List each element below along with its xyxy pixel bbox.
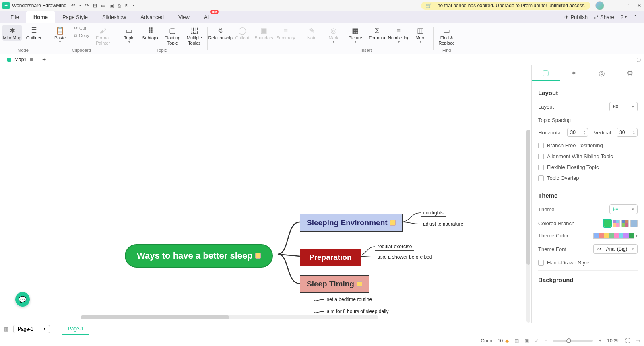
- callout-button[interactable]: ◯Callout: [233, 25, 252, 41]
- note-attachment-icon[interactable]: [357, 281, 362, 287]
- document-tab-map1[interactable]: Map1: [2, 54, 38, 65]
- menu-page-style[interactable]: Page Style: [55, 11, 95, 23]
- copy-button[interactable]: ⧉Copy: [72, 32, 91, 39]
- layout-toggle-button[interactable]: ▢: [633, 57, 644, 62]
- note-attachment-icon[interactable]: [390, 220, 396, 226]
- zoom-in-button[interactable]: +: [599, 338, 601, 344]
- horizontal-scrollbar[interactable]: [80, 315, 378, 319]
- find-replace-button[interactable]: ▭Find & Replace: [437, 25, 456, 46]
- close-button[interactable]: ✕: [637, 2, 642, 9]
- menu-file[interactable]: File: [3, 11, 26, 23]
- page-list-button[interactable]: ▥: [2, 326, 10, 332]
- summary-button[interactable]: ≡Summary: [276, 25, 295, 41]
- export-button[interactable]: ⇱: [125, 3, 129, 8]
- open-button[interactable]: ▭: [101, 3, 105, 8]
- add-tab-button[interactable]: +: [38, 56, 50, 63]
- view-mode-2-button[interactable]: ▣: [524, 338, 529, 344]
- view-mode-1-button[interactable]: ▥: [514, 338, 519, 344]
- theme-color-strip[interactable]: [593, 233, 634, 239]
- topic-preparation[interactable]: Preparation: [300, 249, 361, 266]
- trial-banner[interactable]: 🛒 The trial period has expired. Upgrade …: [421, 2, 590, 10]
- floating-topic-button[interactable]: ▢Floating Topic: [163, 25, 182, 46]
- side-tab-ai[interactable]: ✦: [560, 65, 588, 81]
- menu-advanced[interactable]: Advanced: [133, 11, 171, 23]
- insert-group-label: Insert: [302, 47, 430, 54]
- more-button[interactable]: ▥More▾: [411, 25, 430, 44]
- fit-page-button[interactable]: ⤢: [535, 338, 539, 344]
- maximize-button[interactable]: ▢: [624, 2, 630, 9]
- branch-palette-4[interactable]: [630, 220, 638, 227]
- collapse-ribbon-button[interactable]: ⌃: [633, 14, 638, 20]
- zoom-out-button[interactable]: −: [544, 338, 547, 344]
- format-painter-button[interactable]: 🖌Format Painter: [93, 25, 113, 46]
- side-tab-layout[interactable]: ▢: [532, 65, 560, 81]
- theme-font-select[interactable]: AᴀArial (Big)▾: [593, 244, 638, 254]
- subtopic-bedtime-routine[interactable]: set a bedtime routine: [324, 297, 374, 303]
- branch-free-checkbox[interactable]: Branch Free Positioning: [538, 142, 638, 148]
- ai-chat-fab[interactable]: 💬: [15, 292, 30, 307]
- collapse-panel-button[interactable]: ▭: [636, 338, 640, 344]
- user-avatar[interactable]: [595, 1, 604, 10]
- zoom-slider[interactable]: [553, 340, 593, 342]
- canvas[interactable]: Ways to have a better sleep Sleeping Env…: [0, 65, 531, 323]
- menu-slideshow[interactable]: Slideshow: [95, 11, 133, 23]
- menu-ai[interactable]: AIHot: [197, 11, 216, 23]
- outliner-mode-button[interactable]: ≣Outliner: [24, 25, 43, 41]
- print-button[interactable]: ⎙: [118, 3, 121, 8]
- horizontal-spacing-input[interactable]: 30▴▾: [567, 128, 588, 137]
- topic-overlap-checkbox[interactable]: Topic Overlap: [538, 175, 638, 181]
- undo-button[interactable]: ↶: [71, 3, 75, 8]
- share-button[interactable]: ⇄ Share: [594, 14, 614, 20]
- note-button[interactable]: ✎Note: [302, 25, 322, 41]
- branch-palette-2[interactable]: [613, 220, 620, 227]
- align-sibling-checkbox[interactable]: Alignment With Sibling Topic: [538, 153, 638, 159]
- subtopic-button[interactable]: ⠿Subtopic: [141, 25, 161, 41]
- flexible-floating-checkbox[interactable]: Flexible Floating Topic: [538, 164, 638, 170]
- formula-button[interactable]: ΣFormula: [367, 25, 387, 41]
- branch-palette-3[interactable]: [621, 220, 629, 227]
- mindmap-mode-button[interactable]: ✱MindMap: [2, 25, 22, 41]
- help-button[interactable]: ? ▾: [621, 14, 627, 20]
- fullscreen-button[interactable]: ⛶: [625, 338, 630, 344]
- cut-button[interactable]: ✂Cut: [72, 25, 91, 31]
- publish-button[interactable]: ✈ Publish: [564, 14, 588, 20]
- page-selector[interactable]: Page-1▾: [13, 325, 50, 333]
- side-tab-settings[interactable]: ⚙: [616, 65, 644, 81]
- new-button[interactable]: ⊞: [93, 3, 97, 8]
- topic-sleeping-environment[interactable]: Sleeping Environment: [300, 214, 402, 232]
- menu-home[interactable]: Home: [26, 11, 55, 23]
- menu-view[interactable]: View: [171, 11, 197, 23]
- relationship-button[interactable]: ↯Relationship: [211, 25, 230, 41]
- layout-select[interactable]: ⊦≡▾: [609, 102, 638, 111]
- minimize-button[interactable]: —: [611, 2, 617, 9]
- qat-drop-icon[interactable]: ▾: [133, 4, 134, 7]
- theme-select[interactable]: ⊦≡▾: [609, 204, 638, 214]
- hand-drawn-checkbox[interactable]: Hand-Drawn Style: [538, 260, 638, 266]
- save-button[interactable]: ▣: [109, 3, 114, 8]
- mark-button[interactable]: ◎Mark▾: [324, 25, 343, 44]
- picture-button[interactable]: ▦Picture▾: [346, 25, 365, 44]
- subtopic-adjust-temperature[interactable]: adjust temperature: [421, 221, 466, 228]
- boundary-button[interactable]: ▣Boundary: [254, 25, 274, 41]
- subtopic-regular-exercise[interactable]: regular exercise: [375, 244, 414, 251]
- chevron-down-icon[interactable]: ▾: [636, 234, 638, 238]
- redo-button[interactable]: ↷: [85, 3, 89, 8]
- subtopic-take-shower[interactable]: take a shower before bed: [375, 254, 434, 261]
- side-tab-mark[interactable]: ◎: [588, 65, 616, 81]
- branch-palette-1[interactable]: [604, 220, 611, 227]
- note-attachment-icon[interactable]: [255, 253, 261, 259]
- root-topic[interactable]: Ways to have a better sleep: [125, 244, 273, 268]
- paste-button[interactable]: 📋Paste▾: [50, 25, 70, 44]
- page-tab-active[interactable]: Page-1: [62, 323, 89, 335]
- topic-button[interactable]: ▭Topic▾: [120, 25, 139, 44]
- multiple-topics-button[interactable]: ⿲Multiple Topics: [185, 25, 204, 46]
- numbering-button[interactable]: ≡Numbering▾: [389, 25, 409, 44]
- topic-sleep-timing[interactable]: Sleep Timing: [300, 275, 369, 293]
- undo-drop-icon[interactable]: ▾: [79, 4, 81, 7]
- subtopic-dim-lights[interactable]: dim lights: [421, 210, 446, 217]
- vertical-spacing-input[interactable]: 30▴▾: [617, 128, 638, 137]
- add-page-button[interactable]: +: [53, 326, 59, 332]
- vertical-scrollbar[interactable]: [526, 130, 530, 323]
- topic-count: Count: 10 ◆: [481, 338, 509, 344]
- subtopic-8-hours[interactable]: aim for 8 hours of sleep daily: [324, 309, 391, 315]
